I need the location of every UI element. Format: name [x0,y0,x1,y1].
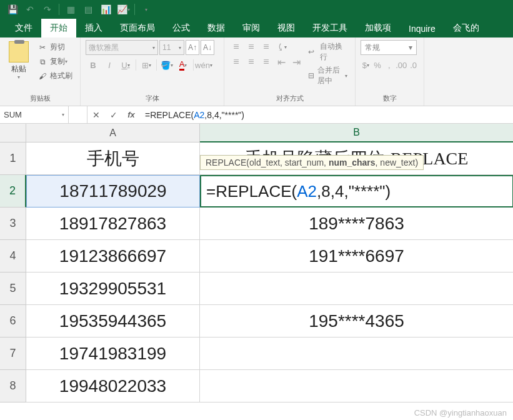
decrease-font-button[interactable]: A↓ [201,40,214,55]
row-header-5[interactable]: 5 [0,272,26,305]
wrap-text-button[interactable]: ↩自动换行 [306,40,350,64]
paste-button[interactable]: 粘贴 ▾ [5,40,32,81]
formula-input[interactable]: =REPLACE(A2,8,4,"****") [140,106,513,123]
save-icon[interactable]: 💾 [5,2,20,17]
row-header-3[interactable]: 3 [0,208,26,240]
tab-developer[interactable]: 开发工具 [304,19,356,38]
cell-B5[interactable] [200,272,513,305]
quick-access-toolbar: 💾 ↶ ↷ ▦ ▤ 📊 📈▾ ▾ [0,0,513,19]
cell-A1[interactable]: 手机号 [26,142,200,175]
copy-button[interactable]: ⧉复制 ▾ [35,54,75,69]
decrease-decimal-button[interactable]: .0 [408,58,419,72]
font-name-combo[interactable]: 微软雅黑▾ [86,40,158,55]
format-painter-button[interactable]: 🖌格式刷 [35,69,75,83]
cell-A2[interactable]: 18711789029 [26,175,200,208]
undo-icon[interactable]: ↶ [22,2,37,17]
cell-B8[interactable] [200,370,513,402]
orientation-button[interactable]: ⤹▾ [274,40,288,54]
fill-color-button[interactable]: 🪣▾ [159,58,174,72]
row-header-2[interactable]: 2 [0,175,26,208]
cell-A7[interactable]: 19741983199 [26,338,200,370]
tab-addins[interactable]: 加载项 [356,19,400,38]
group-font: 微软雅黑▾ 11▾ A↑ A↓ B I U▾ ⊞▾ 🪣▾ A▾ wén▾ 字体 [81,38,224,106]
tab-custom[interactable]: 会飞的 [444,19,488,38]
border-button[interactable]: ⊞▾ [139,58,154,72]
tab-file[interactable]: 文件 [6,19,41,38]
select-all-corner[interactable] [0,124,26,142]
col-header-B[interactable]: B [200,124,513,142]
paste-icon [9,41,29,62]
tab-insert[interactable]: 插入 [76,19,111,38]
percent-button[interactable]: % [372,58,383,72]
col-header-A[interactable]: A [26,124,200,142]
tab-data[interactable]: 数据 [199,19,234,38]
number-group-label: 数字 [361,92,419,104]
qat-customize-icon[interactable]: ▾ [139,2,154,17]
increase-decimal-button[interactable]: .00 [396,58,407,72]
italic-button[interactable]: I [102,58,117,72]
cell-A4[interactable]: 19123866697 [26,240,200,272]
font-color-button[interactable]: A▾ [176,58,191,72]
function-tooltip[interactable]: REPLACE(old_text, start_num, num_chars, … [200,155,424,170]
watermark: CSDN @yingtianhaoxuan [414,408,507,418]
cell-B2[interactable]: =REPLACE(A2,8,4,"****") [200,175,513,208]
cell-A3[interactable]: 18917827863 [26,208,200,240]
number-format-combo[interactable]: 常规▾ [361,40,417,55]
underline-button[interactable]: U▾ [118,58,133,72]
tab-home[interactable]: 开始 [41,19,76,38]
qat-open-icon[interactable]: ▤ [81,2,96,17]
copy-icon: ⧉ [37,57,47,67]
formula-bar: SUM▾ ✕ ✓ fx =REPLACE(A2,8,4,"****") [0,106,513,124]
cell-B6[interactable]: 195****4365 [200,305,513,338]
bold-button[interactable]: B [86,58,101,72]
group-clipboard: 粘贴 ▾ ✂剪切 ⧉复制 ▾ 🖌格式刷 剪贴板 [0,38,81,106]
align-center-button[interactable]: ≡ [244,55,258,69]
currency-button[interactable]: $▾ [361,58,371,72]
cancel-formula-button[interactable]: ✕ [87,110,105,120]
tab-formulas[interactable]: 公式 [164,19,199,38]
qat-chart-icon[interactable]: 📊 [98,2,113,17]
indent-dec-button[interactable]: ⇤ [274,55,288,69]
insert-function-button[interactable]: fx [122,110,140,119]
qat-stats-icon[interactable]: 📈▾ [116,2,131,17]
cell-B7[interactable] [200,338,513,370]
cut-button[interactable]: ✂剪切 [35,40,75,54]
cell-A5[interactable]: 19329905531 [26,272,200,305]
cell-B3[interactable]: 189****7863 [200,208,513,240]
row-header-4[interactable]: 4 [0,240,26,272]
row-header-7[interactable]: 7 [0,338,26,370]
merge-center-button[interactable]: ⊟合并后居中 ▾ [306,64,350,88]
tab-page-layout[interactable]: 页面布局 [111,19,164,38]
row-header-1[interactable]: 1 [0,142,26,175]
cell-A6[interactable]: 19535944365 [26,305,200,338]
increase-font-button[interactable]: A↑ [186,40,199,55]
align-top-button[interactable]: ≡ [229,40,243,54]
paste-label: 粘贴 [11,64,26,74]
enter-formula-button[interactable]: ✓ [105,110,122,120]
group-alignment: ≡ ≡ ≡ ⤹▾ ≡ ≡ ≡ ⇤ ⇥ ↩自动换行 ⊟合并后居中 ▾ [224,38,356,106]
group-number: 常规▾ $▾ % , .00 .0 数字 [356,38,424,106]
tab-review[interactable]: 审阅 [234,19,269,38]
ribbon-tabs: 文件 开始 插入 页面布局 公式 数据 审阅 视图 开发工具 加载项 Inqui… [0,19,513,38]
cell-A8[interactable]: 19948022033 [26,370,200,402]
redo-icon[interactable]: ↷ [40,2,55,17]
align-middle-button[interactable]: ≡ [244,40,258,54]
wrap-icon: ↩ [308,48,319,56]
clipboard-group-label: 剪贴板 [5,92,75,104]
scissors-icon: ✂ [37,42,47,52]
align-left-button[interactable]: ≡ [229,55,243,69]
qat-new-icon[interactable]: ▦ [63,2,78,17]
name-box[interactable]: SUM▾ [0,106,69,123]
tab-inquire[interactable]: Inquire [400,20,444,38]
phonetic-button[interactable]: wén▾ [196,58,211,72]
font-size-combo[interactable]: 11▾ [159,40,184,55]
row-header-8[interactable]: 8 [0,370,26,402]
tab-view[interactable]: 视图 [269,19,304,38]
align-right-button[interactable]: ≡ [259,55,273,69]
cell-B4[interactable]: 191****6697 [200,240,513,272]
comma-button[interactable]: , [384,58,394,72]
alignment-group-label: 对齐方式 [229,92,350,104]
row-header-6[interactable]: 6 [0,305,26,338]
indent-inc-button[interactable]: ⇥ [289,55,303,69]
align-bottom-button[interactable]: ≡ [259,40,273,54]
